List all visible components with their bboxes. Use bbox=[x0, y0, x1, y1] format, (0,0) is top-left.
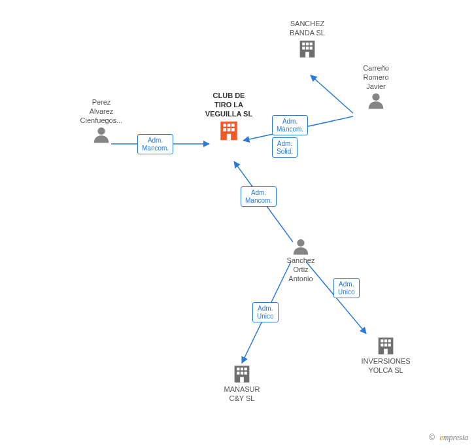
svg-rect-36 bbox=[388, 339, 391, 342]
svg-point-22 bbox=[372, 94, 379, 101]
svg-rect-8 bbox=[228, 124, 231, 127]
node-carreno-label: CarreñoRomeroJavier bbox=[343, 64, 409, 91]
svg-rect-10 bbox=[223, 128, 226, 131]
svg-rect-28 bbox=[245, 368, 247, 370]
diagram-stage: CLUB DETIRO LAVEGUILLA SL SANCHEZBANDA S… bbox=[0, 0, 476, 448]
svg-rect-35 bbox=[384, 339, 387, 342]
rel-ortiz-main: Adm.Mancom. bbox=[241, 186, 277, 207]
svg-rect-18 bbox=[302, 46, 305, 49]
svg-rect-17 bbox=[310, 43, 313, 45]
building-icon bbox=[231, 363, 253, 385]
node-inversiones[interactable]: INVERSIONESYOLCA SL bbox=[347, 335, 425, 375]
node-inversiones-label: INVERSIONESYOLCA SL bbox=[347, 357, 425, 375]
footer-credit: © empresia bbox=[429, 433, 468, 443]
node-carreno[interactable]: CarreñoRomeroJavier bbox=[343, 64, 409, 111]
node-perez[interactable]: PerezAlvarezCienfuegos... bbox=[65, 98, 137, 145]
node-perez-label: PerezAlvarezCienfuegos... bbox=[65, 98, 137, 125]
svg-rect-29 bbox=[237, 371, 239, 374]
svg-rect-16 bbox=[306, 43, 309, 45]
svg-rect-34 bbox=[381, 339, 383, 342]
rel-carreno-mancom: Adm.Mancom. bbox=[272, 115, 308, 135]
node-main-company[interactable]: CLUB DETIRO LAVEGUILLA SL bbox=[190, 92, 268, 143]
building-icon bbox=[296, 38, 318, 60]
svg-rect-9 bbox=[231, 124, 235, 127]
svg-rect-38 bbox=[384, 343, 387, 346]
svg-rect-12 bbox=[231, 128, 235, 131]
svg-rect-20 bbox=[310, 46, 313, 49]
rel-ortiz-manasur: Adm.Unico bbox=[252, 302, 279, 322]
svg-rect-19 bbox=[306, 46, 309, 49]
node-sanchez-ortiz-label: SanchezOrtizAntonio bbox=[268, 256, 333, 283]
svg-rect-31 bbox=[245, 371, 247, 374]
node-manasur[interactable]: MANASURC&Y SL bbox=[209, 363, 275, 404]
rel-perez-main: Adm.Mancom. bbox=[137, 134, 173, 154]
svg-point-24 bbox=[297, 239, 304, 247]
person-icon bbox=[291, 237, 311, 256]
svg-rect-13 bbox=[227, 134, 231, 141]
svg-rect-40 bbox=[384, 349, 388, 354]
node-sanchez-ortiz[interactable]: SanchezOrtizAntonio bbox=[268, 237, 333, 283]
building-icon bbox=[375, 335, 397, 357]
person-icon bbox=[366, 91, 386, 111]
svg-rect-39 bbox=[388, 343, 391, 346]
rel-ortiz-inversiones: Adm.Unico bbox=[333, 278, 360, 298]
svg-rect-32 bbox=[240, 377, 244, 383]
copyright-symbol: © bbox=[429, 433, 435, 442]
rel-carreno-solid: Adm.Solid. bbox=[272, 137, 298, 158]
svg-rect-21 bbox=[305, 52, 309, 58]
node-sanchez-banda-label: SANCHEZBANDA SL bbox=[271, 20, 343, 38]
svg-rect-11 bbox=[228, 128, 231, 131]
node-manasur-label: MANASURC&Y SL bbox=[209, 385, 275, 404]
brand-rest: mpresia bbox=[443, 433, 468, 442]
svg-rect-37 bbox=[381, 343, 383, 346]
svg-rect-30 bbox=[241, 371, 243, 374]
building-icon bbox=[216, 118, 241, 143]
svg-rect-7 bbox=[223, 124, 226, 127]
node-sanchez-banda[interactable]: SANCHEZBANDA SL bbox=[271, 20, 343, 60]
svg-rect-26 bbox=[237, 368, 239, 370]
node-main-label: CLUB DETIRO LAVEGUILLA SL bbox=[190, 92, 268, 118]
svg-rect-27 bbox=[241, 368, 243, 370]
svg-rect-15 bbox=[302, 43, 305, 45]
svg-point-23 bbox=[97, 128, 105, 135]
person-icon bbox=[92, 125, 111, 145]
